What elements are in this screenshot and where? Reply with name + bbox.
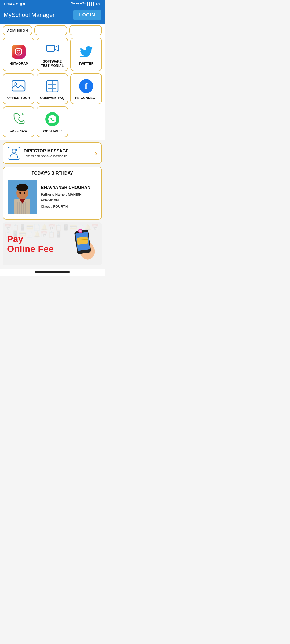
top-bar: MySchool Manager LOGIN	[0, 8, 105, 24]
company-faq-card[interactable]: COMPANY FAQ	[37, 73, 68, 104]
video-icon-area	[45, 42, 60, 57]
director-text: DIRECTOR MESSAGE i am vijesh sonava basi…	[24, 149, 92, 158]
class-name: FOURTH	[53, 204, 68, 208]
bottom-bar	[0, 269, 105, 276]
software-testimonial-card[interactable]: SOFTWARETESTIMONIAL	[37, 38, 68, 71]
director-title: DIRECTOR MESSAGE	[24, 149, 92, 153]
call-now-card[interactable]: CALL NOW	[3, 106, 34, 137]
svg-rect-4	[12, 81, 25, 91]
twitter-icon-area	[78, 44, 94, 60]
birthday-info: BHAVYANSH CHOUHAN Father's Name : MANISH…	[41, 185, 97, 209]
status-icons: ▮ d	[20, 2, 25, 6]
child-silhouette	[8, 180, 37, 214]
book-icon	[46, 79, 59, 93]
home-indicator	[35, 271, 70, 273]
network-label: VoLTE 4G+	[71, 2, 86, 6]
phone-icon-area	[11, 111, 26, 127]
instagram-label: INSTAGRAM	[9, 62, 28, 66]
director-message-card[interactable]: DIRECTOR MESSAGE i am vijesh sonava basi…	[3, 142, 102, 164]
empty-slot-1	[34, 25, 67, 35]
facebook-icon: f	[79, 79, 93, 93]
father-label: Father's Name :	[41, 192, 67, 196]
person-plus-icon	[10, 148, 18, 158]
login-button[interactable]: LOGIN	[73, 10, 101, 20]
birthday-card: TODAY'S BIRTHDAY	[3, 167, 102, 220]
director-icon	[8, 147, 20, 160]
svg-point-40	[79, 230, 82, 232]
status-bar: 11:04 AM ▮ d VoLTE 4G+ ▌▌▌▌ [79]	[0, 0, 105, 8]
pay-online-banner[interactable]: 📅📋📱💳📄🔔📅📋📱💳📄🔔📅📋📱💳📄🔔📅📋📱 Pay Online Fee	[3, 222, 102, 265]
app-title: MySchool Manager	[4, 12, 55, 19]
office-tour-card[interactable]: OFFICE TOUR	[3, 73, 34, 104]
status-right: VoLTE 4G+ ▌▌▌▌ [79]	[71, 2, 102, 6]
admission-row: ADMISSION	[3, 25, 102, 35]
director-arrow-icon: ›	[95, 149, 97, 158]
admission-button[interactable]: ADMISSION	[3, 25, 32, 35]
icon-grid-row1: INSTAGRAM SOFTWARETESTIMONIAL TWITTER	[3, 38, 102, 71]
battery-label: [79]	[96, 2, 102, 5]
fb-connect-label: FB CONNECT	[75, 96, 97, 100]
birthday-content: BHAVYANSH CHOUHAN Father's Name : MANISH…	[8, 180, 97, 214]
svg-point-18	[12, 149, 16, 153]
phone-illustration	[66, 228, 98, 260]
svg-point-2	[20, 49, 21, 50]
facebook-icon-area: f	[78, 78, 94, 94]
image-icon-area	[11, 78, 26, 94]
signal-bars: ▌▌▌▌	[87, 2, 95, 5]
twitter-label: TWITTER	[79, 62, 93, 66]
pay-line2: Online Fee	[7, 244, 54, 254]
instagram-card[interactable]: INSTAGRAM	[3, 38, 34, 71]
birthday-section-title: TODAY'S BIRTHDAY	[8, 171, 97, 176]
call-now-label: CALL NOW	[10, 129, 28, 133]
whatsapp-card[interactable]: WHATSAPP	[37, 106, 68, 137]
grid-section: ADMISSION INSTAGRAM	[0, 24, 105, 140]
director-subtitle: i am vijesh sonava basically...	[24, 154, 92, 158]
fb-connect-card[interactable]: f FB CONNECT	[70, 73, 102, 104]
birthday-photo	[8, 180, 37, 214]
empty-slot-2	[69, 25, 102, 35]
svg-rect-3	[46, 45, 55, 51]
svg-point-26	[19, 192, 21, 194]
empty-slot-row3	[70, 106, 102, 137]
phone-icon	[12, 112, 25, 126]
whatsapp-icon-area	[45, 111, 60, 127]
birthday-father: Father's Name : MANISHCHOUHAN	[41, 192, 97, 202]
whatsapp-label: WHATSAPP	[43, 129, 62, 133]
instagram-icon	[12, 45, 26, 59]
svg-point-1	[17, 50, 20, 53]
company-faq-label: COMPANY FAQ	[40, 96, 65, 100]
pay-text: Pay Online Fee	[7, 234, 54, 254]
class-label: Class :	[41, 204, 52, 208]
software-testimonial-label: SOFTWARETESTIMONIAL	[41, 60, 64, 68]
office-tour-label: OFFICE TOUR	[7, 96, 30, 100]
book-icon-area	[45, 78, 60, 94]
svg-rect-37	[77, 237, 88, 245]
twitter-card[interactable]: TWITTER	[70, 38, 102, 71]
twitter-icon	[79, 45, 93, 59]
pay-line1: Pay	[7, 234, 54, 244]
video-icon	[45, 43, 59, 57]
birthday-class: Class : FOURTH	[41, 204, 97, 209]
status-time: 11:04 AM	[3, 2, 19, 6]
icon-grid-row3: CALL NOW WHATSAPP	[3, 106, 102, 137]
svg-point-27	[24, 192, 25, 194]
svg-point-25	[16, 184, 28, 191]
icon-grid-row2: OFFICE TOUR COMPANY	[3, 73, 102, 104]
whatsapp-icon	[45, 112, 59, 126]
birthday-name: BHAVYANSH CHOUHAN	[41, 185, 97, 191]
svg-rect-0	[15, 49, 22, 55]
instagram-icon-area	[11, 44, 26, 60]
image-icon	[12, 80, 26, 92]
